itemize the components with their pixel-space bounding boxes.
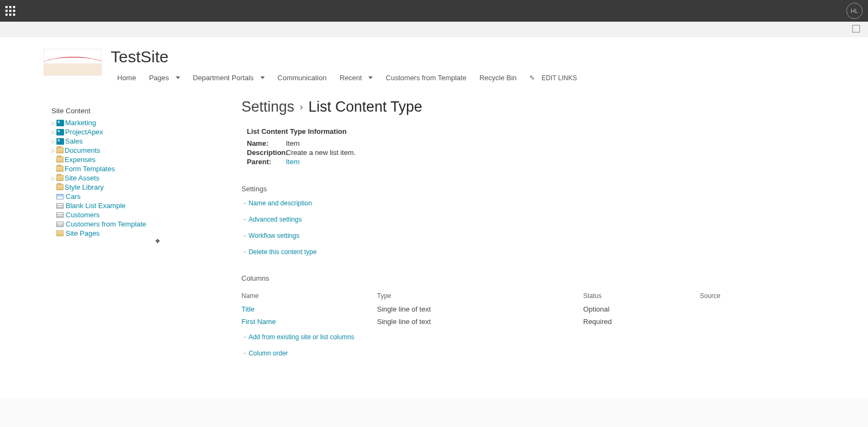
settings-link: Advanced settings bbox=[244, 216, 735, 223]
nav-recycle-bin[interactable]: Recycle Bin bbox=[473, 70, 524, 85]
user-avatar[interactable]: HL bbox=[846, 3, 863, 19]
chevron-down-icon bbox=[260, 76, 265, 79]
tree-node-label[interactable]: Site Pages bbox=[66, 229, 100, 237]
chevron-down-icon bbox=[368, 76, 373, 79]
folder-icon bbox=[56, 166, 63, 172]
pages-icon bbox=[56, 230, 63, 236]
nav-pages[interactable]: Pages bbox=[143, 70, 187, 85]
pencil-icon: ✎ bbox=[529, 74, 535, 82]
tree-node[interactable]: Customers from Template bbox=[52, 219, 176, 229]
column-action-anchor[interactable]: Add from existing site or list columns bbox=[248, 333, 354, 341]
nav-recent[interactable]: Recent bbox=[333, 70, 379, 85]
piclist-icon bbox=[56, 194, 63, 199]
content-area: Site Content ▷Marketing▷ProjectApex▷Sale… bbox=[0, 85, 868, 398]
tree-node-label[interactable]: Blank List Example bbox=[66, 202, 126, 210]
suite-bar: HL bbox=[0, 0, 868, 22]
col-header-name: Name bbox=[241, 289, 377, 303]
site-header: TestSite Home Pages Department Portals C… bbox=[0, 37, 868, 85]
tree-node[interactable]: Expenses bbox=[52, 155, 176, 164]
info-name-label: Name: bbox=[247, 139, 286, 147]
site-title[interactable]: TestSite bbox=[111, 49, 583, 65]
column-action-link: Add from existing site or list columns bbox=[244, 333, 735, 341]
col-header-status: Status bbox=[583, 289, 700, 303]
column-action-link: Column order bbox=[244, 350, 735, 357]
tree-node-label[interactable]: Customers bbox=[66, 211, 100, 219]
folder-icon bbox=[56, 157, 63, 163]
ribbon-strip bbox=[0, 22, 868, 37]
page-title-text: List Content Type bbox=[309, 99, 423, 115]
tree-node-label[interactable]: Marketing bbox=[65, 119, 96, 127]
folder-icon bbox=[56, 184, 63, 190]
settings-link-anchor[interactable]: Name and description bbox=[248, 199, 312, 207]
app-launcher-icon[interactable] bbox=[5, 6, 15, 16]
tree-node[interactable]: ▷Sales bbox=[52, 137, 176, 146]
top-nav: Home Pages Department Portals Communicat… bbox=[111, 70, 583, 85]
left-nav: Site Content ▷Marketing▷ProjectApex▷Sale… bbox=[0, 96, 187, 366]
tree-node-label[interactable]: Style Library bbox=[65, 183, 104, 191]
tree-node-label[interactable]: Cars bbox=[66, 192, 80, 200]
expander-icon[interactable]: ▷ bbox=[52, 139, 56, 144]
settings-link: Name and description bbox=[244, 199, 735, 207]
tree-node[interactable]: Site Pages bbox=[52, 229, 176, 238]
expander-icon[interactable]: ▷ bbox=[52, 176, 56, 181]
info-heading: List Content Type Information bbox=[247, 127, 735, 135]
nav-department-portals[interactable]: Department Portals bbox=[187, 70, 271, 85]
expander-icon[interactable]: ▷ bbox=[52, 148, 56, 153]
tree-node-label[interactable]: Customers from Template bbox=[66, 220, 146, 228]
sub-icon bbox=[56, 138, 64, 145]
tree-node[interactable]: ▷Site Assets bbox=[52, 173, 176, 183]
focus-content-icon[interactable] bbox=[852, 25, 860, 33]
tree-node-label[interactable]: Site Assets bbox=[65, 174, 99, 182]
info-desc-value: Create a new list item. bbox=[286, 148, 356, 157]
tree-node[interactable]: ▷Documents bbox=[52, 146, 176, 155]
folder-icon bbox=[56, 175, 63, 181]
tree-node-label[interactable]: ProjectApex bbox=[65, 128, 103, 136]
tree-node[interactable]: Style Library bbox=[52, 183, 176, 192]
column-source bbox=[700, 303, 735, 315]
column-status: Optional bbox=[583, 303, 700, 315]
column-status: Required bbox=[583, 315, 700, 328]
expander-icon[interactable]: ▷ bbox=[52, 120, 56, 126]
tree-node[interactable]: Customers bbox=[52, 210, 176, 219]
col-header-source: Source bbox=[700, 289, 735, 303]
settings-link: Delete this content type bbox=[244, 248, 735, 256]
tree-node-label[interactable]: Sales bbox=[65, 137, 83, 145]
sub-icon bbox=[56, 120, 64, 126]
column-type: Single line of text bbox=[377, 303, 583, 315]
tree-node-label[interactable]: Form Templates bbox=[65, 165, 115, 173]
chevron-down-icon bbox=[176, 76, 180, 79]
tree-node[interactable]: ▷Marketing bbox=[52, 118, 176, 127]
edit-links-button[interactable]: ✎ EDIT LINKS bbox=[523, 71, 583, 85]
settings-link: Workflow settings bbox=[244, 232, 735, 240]
column-action-anchor[interactable]: Column order bbox=[248, 350, 288, 357]
tree-node-label[interactable]: Expenses bbox=[65, 156, 95, 164]
list-icon bbox=[56, 203, 63, 209]
tree-node-label[interactable]: Documents bbox=[65, 146, 100, 154]
main-panel: Settings › List Content Type List Conten… bbox=[187, 96, 784, 366]
settings-link-anchor[interactable]: Workflow settings bbox=[248, 232, 299, 240]
table-row: TitleSingle line of textOptional bbox=[241, 303, 735, 315]
tree-node[interactable]: ▷ProjectApex bbox=[52, 127, 176, 137]
breadcrumb-separator-icon: › bbox=[300, 101, 303, 113]
left-nav-heading: Site Content bbox=[52, 107, 176, 115]
info-name-value: Item bbox=[286, 139, 299, 147]
list-icon bbox=[56, 212, 63, 218]
col-header-type: Type bbox=[377, 289, 583, 303]
info-parent-link[interactable]: Item bbox=[286, 158, 299, 166]
tree-node[interactable]: Cars bbox=[52, 192, 176, 201]
settings-link-anchor[interactable]: Delete this content type bbox=[248, 248, 316, 256]
breadcrumb-settings[interactable]: Settings bbox=[241, 99, 295, 115]
nav-communication[interactable]: Communication bbox=[271, 70, 333, 85]
folder-icon bbox=[56, 147, 63, 153]
column-type: Single line of text bbox=[377, 315, 583, 328]
site-logo[interactable] bbox=[43, 49, 102, 76]
tree-node[interactable]: Blank List Example bbox=[52, 201, 176, 210]
column-name-link[interactable]: First Name bbox=[241, 318, 276, 326]
settings-link-anchor[interactable]: Advanced settings bbox=[248, 216, 302, 223]
nav-customers-template[interactable]: Customers from Template bbox=[379, 70, 473, 85]
tree-node[interactable]: Form Templates bbox=[52, 164, 176, 173]
expander-icon[interactable]: ▷ bbox=[52, 130, 56, 135]
column-name-link[interactable]: Title bbox=[241, 305, 254, 313]
nav-home[interactable]: Home bbox=[111, 70, 143, 85]
page-title: Settings › List Content Type bbox=[241, 99, 735, 115]
